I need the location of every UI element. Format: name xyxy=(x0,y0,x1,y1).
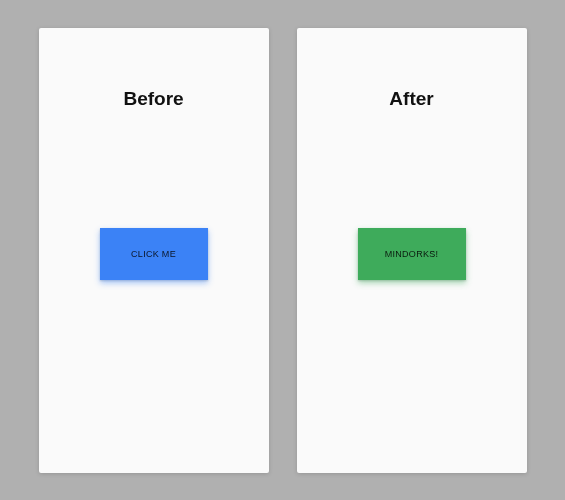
button-label: CLICK ME xyxy=(131,249,176,259)
click-me-button[interactable]: CLICK ME xyxy=(100,228,208,280)
mindorks-button[interactable]: MINDORKS! xyxy=(358,228,466,280)
button-label: MINDORKS! xyxy=(385,249,439,259)
after-title: After xyxy=(297,88,527,110)
before-title: Before xyxy=(39,88,269,110)
before-panel: Before CLICK ME xyxy=(39,28,269,473)
after-panel: After MINDORKS! xyxy=(297,28,527,473)
